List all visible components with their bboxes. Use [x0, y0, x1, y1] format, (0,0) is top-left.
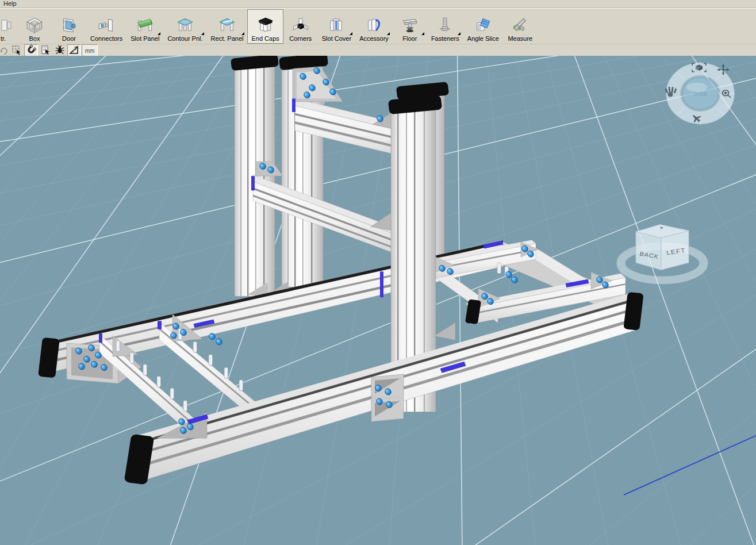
dropdown-indicator — [158, 32, 160, 35]
slot-panel-button[interactable]: Slot Panel — [126, 9, 163, 44]
snap-magnet-icon — [26, 45, 36, 56]
floor-icon — [401, 16, 419, 35]
blue-axis-line — [624, 436, 756, 495]
accessory-label: Accessory — [359, 35, 389, 42]
fasteners-button[interactable]: Fasteners — [427, 9, 463, 44]
contour-panel-label: Contour Pnl. — [167, 35, 202, 42]
door-button[interactable]: Door — [52, 9, 86, 44]
dropdown-indicator — [458, 32, 460, 35]
end-caps-label: End Caps — [251, 35, 279, 42]
angle-slice-button[interactable]: Angle Slice — [463, 9, 503, 44]
slot-panel-label: Slot Panel — [131, 35, 159, 42]
selection-grid-icon — [11, 45, 22, 56]
menu-bar: Help — [0, 0, 756, 8]
dropdown-indicator — [421, 32, 424, 35]
3d-viewport[interactable]: orbit — [0, 56, 756, 545]
slot-cover-label: Slot Cover — [322, 35, 351, 42]
main-toolbar: tr. Box Door — [0, 8, 756, 44]
angle-query-button[interactable]: ? — [67, 44, 81, 57]
rect-panel-button[interactable]: Rect. Panel — [207, 9, 248, 44]
angle-query-icon: ? — [69, 45, 79, 56]
rect-panel-label: Rect. Panel — [211, 35, 244, 42]
fasteners-label: Fasteners — [431, 35, 459, 42]
view-cube[interactable]: BACK LEFT — [621, 225, 704, 281]
edit-select-button[interactable] — [39, 44, 52, 57]
box-icon — [26, 16, 43, 35]
extrusion-label: tr. — [1, 35, 6, 42]
slot-cover-button[interactable]: Slot Cover — [318, 9, 355, 44]
debug-bug-icon — [55, 45, 65, 56]
box-button[interactable]: Box — [17, 9, 52, 44]
measure-button[interactable]: Measure — [503, 9, 538, 44]
box-label: Box — [29, 35, 40, 42]
corners-icon — [292, 16, 309, 35]
accessory-icon — [366, 16, 383, 35]
connectors-icon — [98, 16, 115, 35]
corners-label: Corners — [289, 35, 312, 42]
door-icon — [60, 16, 78, 35]
undo-button[interactable] — [0, 44, 9, 57]
extrusion-button[interactable]: tr. — [0, 9, 17, 44]
edit-select-icon — [40, 45, 51, 56]
dropdown-indicator — [201, 32, 204, 35]
floor-label: Floor — [402, 35, 417, 42]
selection-grid-button[interactable] — [10, 44, 24, 57]
connectors-label: Connectors — [90, 35, 122, 42]
snap-magnet-button[interactable] — [24, 44, 38, 57]
rect-panel-icon — [218, 16, 236, 35]
dropdown-indicator — [387, 32, 390, 35]
angle-slice-label: Angle Slice — [467, 35, 499, 42]
unit-mm-label: mm — [85, 48, 95, 54]
scene-svg: orbit — [0, 56, 756, 545]
dropdown-indicator — [241, 32, 244, 35]
debug-bug-button[interactable] — [53, 44, 67, 57]
connectors-button[interactable]: Connectors — [86, 9, 126, 44]
dropdown-indicator — [350, 32, 352, 35]
floor-button[interactable]: Floor — [393, 9, 427, 44]
end-caps-icon — [257, 16, 274, 35]
angle-slice-icon — [474, 16, 492, 35]
slot-panel-icon — [136, 16, 153, 35]
unit-mm-button[interactable]: mm — [82, 44, 98, 57]
extrusion-icon — [1, 16, 16, 35]
accessory-button[interactable]: Accessory — [355, 9, 393, 44]
fasteners-icon — [436, 16, 454, 35]
contour-panel-button[interactable]: Contour Pnl. — [163, 9, 206, 44]
measure-label: Measure — [508, 35, 532, 42]
end-caps-button[interactable]: End Caps — [247, 9, 283, 44]
contour-panel-icon — [176, 16, 194, 35]
navigation-wheel[interactable]: orbit — [665, 62, 735, 125]
svg-text:?: ? — [74, 45, 78, 51]
undo-icon — [0, 45, 9, 56]
navwheel-orbit-label: orbit — [693, 91, 707, 97]
slot-cover-icon — [328, 16, 345, 35]
corners-button[interactable]: Corners — [283, 9, 318, 44]
door-label: Door — [62, 35, 76, 42]
measure-icon — [512, 16, 529, 35]
menu-item-help[interactable]: Help — [1, 0, 19, 7]
